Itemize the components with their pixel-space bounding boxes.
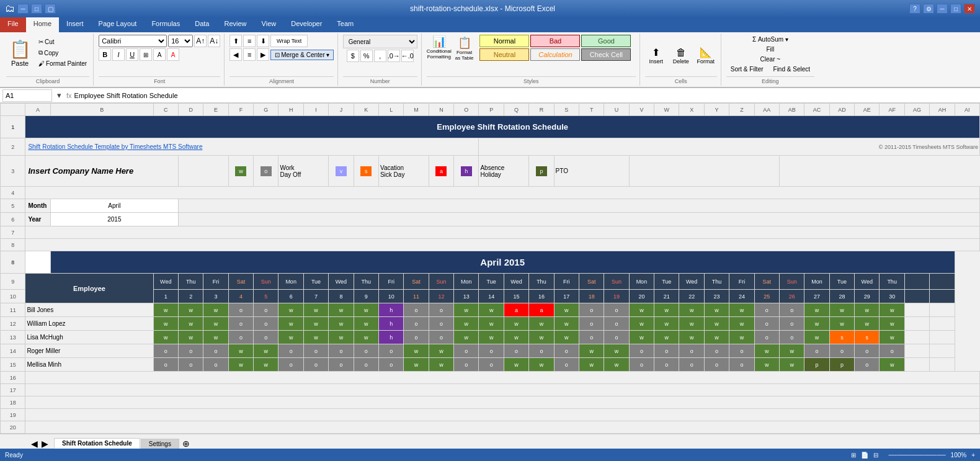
style-bad[interactable]: Bad: [530, 35, 580, 47]
right-align-btn[interactable]: ▶: [257, 48, 269, 61]
col-AH[interactable]: AH: [930, 104, 955, 116]
emp1-d24[interactable]: w: [729, 303, 754, 317]
font-color-button[interactable]: A: [167, 48, 179, 61]
decrease-font-btn[interactable]: A↓: [208, 35, 220, 47]
col-W[interactable]: W: [654, 104, 679, 116]
col-U[interactable]: U: [604, 104, 629, 116]
font-size-select[interactable]: 16: [168, 35, 193, 47]
emp1-d9[interactable]: w: [354, 303, 378, 317]
col-AF[interactable]: AF: [880, 104, 904, 116]
year-input[interactable]: 2015: [50, 213, 178, 226]
find-select-btn[interactable]: Find & Select: [769, 65, 814, 74]
style-neutral[interactable]: Neutral: [479, 48, 529, 61]
employee-5-name[interactable]: Mellisa Minh: [25, 358, 153, 372]
col-AG[interactable]: AG: [904, 104, 929, 116]
employee-4-name[interactable]: Roger Miller: [25, 344, 153, 358]
emp1-d18[interactable]: o: [579, 303, 604, 317]
link-cell[interactable]: Shift Rotation Schedule Template by Time…: [25, 138, 479, 156]
page-break-icon[interactable]: ⊟: [873, 452, 878, 459]
tab-team[interactable]: Team: [329, 17, 361, 32]
nav-right-btn[interactable]: ▶: [42, 439, 48, 449]
underline-button[interactable]: U: [126, 48, 138, 61]
copy-button[interactable]: ⧉ Copy: [36, 48, 89, 58]
center-align-btn[interactable]: ≡: [243, 48, 256, 61]
col-AE[interactable]: AE: [855, 104, 880, 116]
increase-decimal-btn[interactable]: .0→: [388, 50, 400, 62]
fill-color-button[interactable]: A: [153, 48, 166, 61]
col-D[interactable]: D: [178, 104, 203, 116]
col-B[interactable]: B: [50, 104, 153, 116]
emp1-d28[interactable]: w: [829, 303, 854, 317]
emp1-d16[interactable]: a: [529, 303, 554, 317]
number-format-select[interactable]: General: [343, 35, 417, 48]
maximize-btn[interactable]: ▢: [45, 4, 56, 14]
minimize-btn[interactable]: ─: [17, 4, 29, 14]
style-normal[interactable]: Normal: [479, 35, 529, 47]
col-AD[interactable]: AD: [829, 104, 854, 116]
tab-data[interactable]: Data: [187, 17, 216, 32]
emp1-d10[interactable]: h: [378, 303, 403, 317]
font-family-select[interactable]: Calibri: [99, 35, 167, 47]
col-A[interactable]: A: [25, 104, 50, 116]
tab-developer[interactable]: Developer: [283, 17, 329, 32]
add-sheet-btn[interactable]: ⊕: [182, 439, 190, 449]
emp1-d21[interactable]: w: [654, 303, 679, 317]
paste-button[interactable]: 📋 Paste: [6, 37, 33, 74]
middle-align-btn[interactable]: ≡: [243, 35, 256, 47]
percent-btn[interactable]: %: [360, 50, 373, 62]
col-Z[interactable]: Z: [729, 104, 754, 116]
col-R[interactable]: R: [529, 104, 554, 116]
tab-insert[interactable]: Insert: [59, 17, 91, 32]
col-P[interactable]: P: [479, 104, 504, 116]
border-button[interactable]: ⊞: [140, 48, 152, 61]
tab-page-layout[interactable]: Page Layout: [91, 17, 145, 32]
minimize-window-btn[interactable]: ─: [937, 4, 948, 14]
format-btn[interactable]: 📐 Format: [695, 45, 717, 66]
col-L[interactable]: L: [378, 104, 403, 116]
col-E[interactable]: E: [203, 104, 228, 116]
nav-left-btn[interactable]: ◀: [31, 439, 38, 449]
tab-file[interactable]: File: [0, 17, 26, 32]
col-J[interactable]: J: [329, 104, 354, 116]
employee-2-name[interactable]: William Lopez: [25, 317, 153, 331]
emp1-d23[interactable]: w: [704, 303, 729, 317]
emp1-d15[interactable]: a: [504, 303, 528, 317]
page-layout-icon[interactable]: 📄: [861, 452, 868, 459]
title-cell[interactable]: Employee Shift Rotation Schedule: [25, 116, 980, 138]
col-Q[interactable]: Q: [504, 104, 528, 116]
left-align-btn[interactable]: ◀: [229, 48, 242, 61]
emp1-d27[interactable]: w: [804, 303, 829, 317]
emp1-d11[interactable]: o: [404, 303, 429, 317]
col-S[interactable]: S: [554, 104, 579, 116]
italic-button[interactable]: I: [112, 48, 125, 61]
format-painter-button[interactable]: 🖌 Format Painter: [36, 59, 89, 68]
emp1-d6[interactable]: w: [278, 303, 303, 317]
increase-font-btn[interactable]: A↑: [194, 35, 207, 47]
zoom-in-btn[interactable]: +: [971, 452, 975, 459]
col-AB[interactable]: AB: [779, 104, 804, 116]
col-AA[interactable]: AA: [754, 104, 779, 116]
fill-btn[interactable]: Fill: [762, 45, 778, 54]
emp1-d19[interactable]: o: [604, 303, 629, 317]
col-Y[interactable]: Y: [704, 104, 729, 116]
col-V[interactable]: V: [629, 104, 654, 116]
style-calculation[interactable]: Calculation: [530, 48, 580, 61]
autosum-btn[interactable]: Σ AutoSum ▾: [748, 35, 793, 44]
col-N[interactable]: N: [429, 104, 453, 116]
options-btn[interactable]: ⚙: [923, 4, 934, 14]
emp1-d1[interactable]: w: [153, 303, 178, 317]
col-O[interactable]: O: [454, 104, 479, 116]
company-cell[interactable]: Insert Company Name Here: [25, 156, 179, 187]
restore-btn[interactable]: □: [31, 4, 42, 14]
col-H[interactable]: H: [278, 104, 303, 116]
top-align-btn[interactable]: ⬆: [229, 35, 242, 47]
emp1-d22[interactable]: w: [679, 303, 704, 317]
comma-btn[interactable]: ,: [374, 50, 386, 62]
tab-formulas[interactable]: Formulas: [144, 17, 187, 32]
emp1-d12[interactable]: o: [429, 303, 453, 317]
emp1-d3[interactable]: w: [203, 303, 228, 317]
tab-home[interactable]: Home: [26, 17, 59, 32]
style-check-cell[interactable]: Check Cell: [581, 48, 631, 61]
tab-settings[interactable]: Settings: [141, 439, 179, 449]
emp1-d29[interactable]: w: [855, 303, 880, 317]
